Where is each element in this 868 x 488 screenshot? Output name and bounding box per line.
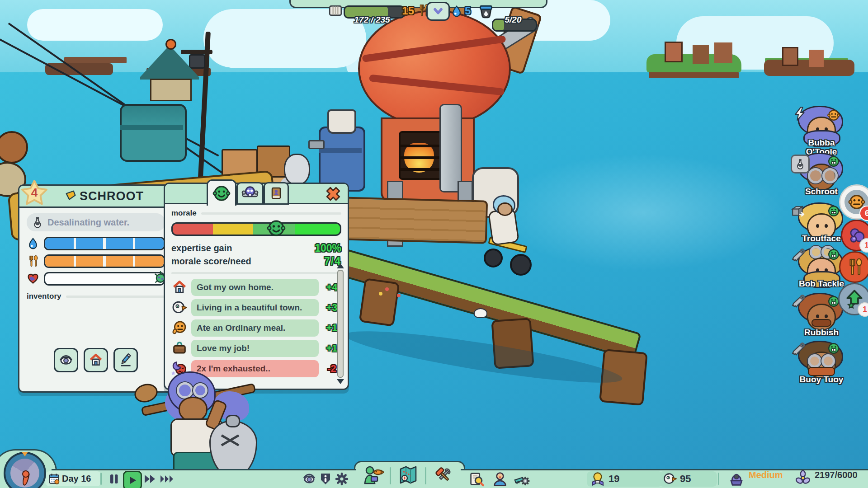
townsfolk-menu-button[interactable] <box>362 465 384 486</box>
crew-goggles <box>808 168 823 183</box>
character-name: SCHROOT <box>80 189 144 203</box>
info-button[interactable] <box>318 472 333 486</box>
separator <box>390 467 391 484</box>
town-pulley-block <box>189 54 205 69</box>
water-drop-icon <box>450 5 463 18</box>
research-button[interactable] <box>468 471 485 487</box>
crew-goggles <box>808 354 821 368</box>
stat-row-food <box>27 254 165 268</box>
water-stat-bar <box>44 237 165 250</box>
distant-island-buildings <box>665 42 683 62</box>
task-salvage-icon <box>792 341 807 356</box>
alert-level-up[interactable]: 1 <box>838 283 868 315</box>
map-menu-button[interactable] <box>397 465 420 486</box>
visibility-button[interactable] <box>302 472 316 486</box>
tab-skills[interactable] <box>236 182 264 205</box>
calendar-icon <box>48 473 60 485</box>
seagull-on-plank <box>474 308 487 318</box>
expertise-gain-label: expertise gain <box>171 243 232 253</box>
water-tank-icon <box>477 2 495 20</box>
scroll-down-icon[interactable] <box>337 379 344 384</box>
morale-label: morale <box>171 209 197 218</box>
home-button[interactable] <box>84 348 108 372</box>
modifier-text: Love my job! <box>197 343 250 353</box>
modifier-pill: Ate an Ordinary meal. <box>191 319 319 337</box>
distance-value: 2197/6000 <box>815 470 858 480</box>
town-pulley <box>181 50 212 54</box>
fastest-forward-button[interactable] <box>159 472 175 486</box>
seagull-icon <box>171 300 188 316</box>
machine-sphere <box>358 10 511 127</box>
stat-row-water <box>27 237 165 250</box>
crew-name: Buoy Tuoy <box>800 375 844 384</box>
rename-tag-icon[interactable] <box>64 189 78 203</box>
distant-island <box>646 54 741 72</box>
flask-icon <box>31 216 44 229</box>
morale-score-label: morale score/need <box>171 256 251 267</box>
mechanic-on-trike[interactable] <box>475 194 533 276</box>
close-button[interactable] <box>324 185 342 203</box>
expertise-gain-row: expertise gain 100% <box>171 242 341 254</box>
mood-happy-icon <box>827 248 840 261</box>
play-button[interactable] <box>123 471 142 488</box>
salvage-craft-button[interactable] <box>514 471 530 487</box>
pause-button[interactable] <box>107 472 121 486</box>
inventory-section-header: inventory <box>27 292 165 301</box>
rename-button[interactable] <box>113 348 138 372</box>
distant-island-buildings <box>782 47 798 66</box>
scrollbar[interactable] <box>337 263 344 384</box>
alert-hunger[interactable] <box>839 251 868 283</box>
day-label: Day 16 <box>62 474 91 484</box>
tab-morale[interactable] <box>207 179 236 206</box>
distant-island <box>764 60 854 76</box>
day-pill: Day 16 <box>45 471 101 486</box>
town-hut-body <box>150 79 192 101</box>
follow-button[interactable] <box>54 348 78 372</box>
book-icon <box>269 186 283 201</box>
scroll-up-icon[interactable] <box>337 263 344 268</box>
tab-log[interactable] <box>264 182 289 205</box>
fast-forward-button[interactable] <box>143 472 157 486</box>
morale-panel: morale expertise gain 100% morale score/… <box>164 183 349 390</box>
propeller-icon <box>795 470 811 486</box>
stat-row-health <box>27 272 165 286</box>
rider-face <box>497 202 513 216</box>
scroll-track[interactable] <box>337 270 344 378</box>
modifier-row: Ate an Ordinary meal. +1 <box>171 319 341 337</box>
player-goggles <box>177 382 193 399</box>
alert-count: 1 <box>864 241 868 250</box>
player-character[interactable] <box>151 371 260 480</box>
crew-name: Troutface <box>802 234 841 243</box>
separator <box>100 473 102 485</box>
alert-count-badge: 1 <box>859 238 868 253</box>
town-hut-finial <box>165 39 176 50</box>
trike-wheel <box>510 254 532 276</box>
morale-section-header: morale <box>171 209 341 218</box>
collapse-hud-button[interactable] <box>426 2 450 21</box>
crew-eye <box>825 314 828 318</box>
water-count: 5 <box>465 5 471 17</box>
crew-eye <box>816 314 819 318</box>
idea-bulb-icon <box>590 472 605 486</box>
barrel-spout <box>308 140 325 149</box>
build-menu-button[interactable] <box>432 465 455 486</box>
crew-eye <box>816 224 819 228</box>
morale-marker-icon <box>266 218 286 238</box>
modifier-pill: Living in a beautiful town. <box>191 299 319 316</box>
meal-face-icon <box>171 320 188 336</box>
townsperson-button[interactable] <box>492 471 508 487</box>
section-divider <box>66 296 165 298</box>
clock-top-marker <box>22 452 28 456</box>
level-star: 4 <box>20 179 48 207</box>
water-cup <box>327 109 356 134</box>
crew-mustache <box>811 319 831 327</box>
mood-happy-icon <box>827 155 840 168</box>
status-text: Desalinating water. <box>47 217 129 228</box>
modifier-row: Love my job! +1 <box>171 340 341 357</box>
skull-bone-icon <box>241 185 259 202</box>
level-number: 4 <box>20 186 48 200</box>
settings-gear-button[interactable] <box>335 472 349 486</box>
crew-name: Bob Tackle <box>799 279 844 288</box>
food-count: 15 <box>396 5 414 17</box>
briefcase-icon <box>171 340 188 357</box>
